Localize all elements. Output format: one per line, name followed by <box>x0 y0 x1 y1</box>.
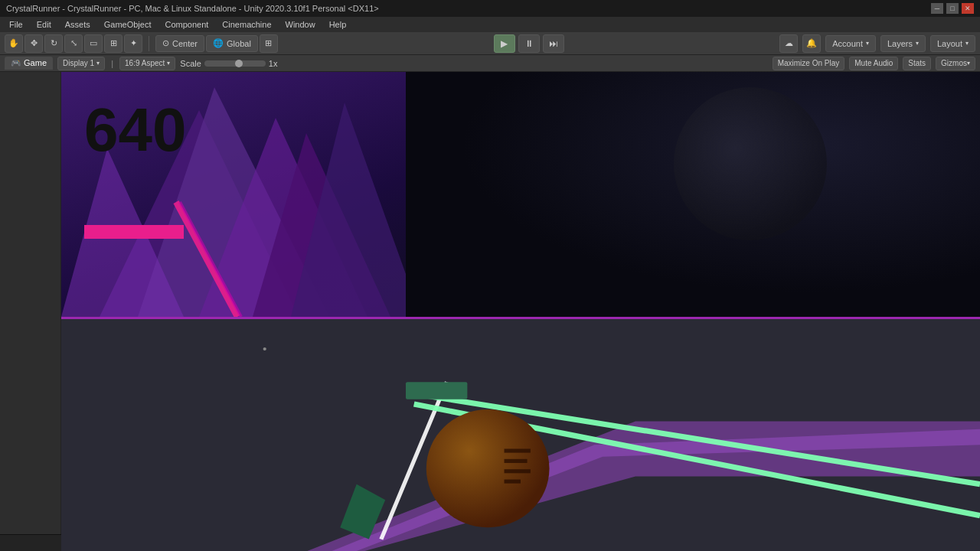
mute-audio-button[interactable]: Mute Audio <box>849 57 898 70</box>
separator-1: | <box>111 59 113 68</box>
center-dropdown[interactable]: ⊙ Center <box>155 35 204 52</box>
menu-file[interactable]: File <box>3 18 29 31</box>
gizmos-label: Gizmos <box>941 59 967 67</box>
game-tab[interactable]: 🎮 Game <box>5 57 53 70</box>
display-dropdown[interactable]: Display 1 ▾ <box>57 57 105 70</box>
step-button[interactable]: ⏭ <box>543 34 564 53</box>
minimize-button[interactable]: ─ <box>931 3 943 14</box>
layers-dropdown[interactable]: Layers ▾ <box>880 35 926 52</box>
score-display: 640 <box>84 95 186 165</box>
menu-gameobject[interactable]: GameObject <box>98 18 158 31</box>
global-icon: 🌐 <box>213 38 224 48</box>
game-view-container: 640 <box>61 72 980 551</box>
svg-rect-20 <box>505 459 528 463</box>
window-controls: ─ □ ✕ <box>931 3 974 14</box>
window-title: CrystalRunner - CrystalRunner - PC, Mac … <box>6 4 931 13</box>
custom-tool-button[interactable]: ✦ <box>124 34 142 53</box>
maximize-on-play-button[interactable]: Maximize On Play <box>773 57 845 70</box>
account-dropdown[interactable]: Account ▾ <box>825 35 876 52</box>
game-tab-icon: 🎮 <box>11 58 21 67</box>
menu-edit[interactable]: Edit <box>31 18 57 31</box>
rect-tool-button[interactable]: ▭ <box>84 34 103 53</box>
left-sidebar <box>0 72 61 551</box>
menu-bar: File Edit Assets GameObject Component Ci… <box>0 17 980 32</box>
scale-tool-button[interactable]: ⤡ <box>64 34 83 53</box>
rotate-tool-button[interactable]: ↻ <box>44 34 63 53</box>
pivot-controls: ⊙ Center 🌐 Global ⊞ <box>155 34 278 53</box>
main-area: 640 <box>0 72 980 551</box>
svg-point-18 <box>426 409 550 527</box>
title-bar: CrystalRunner - CrystalRunner - PC, Mac … <box>0 0 980 17</box>
account-arrow-icon: ▾ <box>866 40 869 47</box>
view-bar-right: Maximize On Play Mute Audio Stats Gizmos… <box>773 57 975 70</box>
gizmos-button[interactable]: Gizmos ▾ <box>936 57 975 70</box>
close-button[interactable]: ✕ <box>962 3 974 14</box>
extra-button[interactable]: ⊞ <box>260 34 278 53</box>
svg-rect-22 <box>505 480 521 484</box>
svg-rect-16 <box>406 382 467 399</box>
scale-thumb <box>235 60 243 67</box>
maximize-button[interactable]: □ <box>946 3 959 14</box>
display-label: Display 1 <box>63 59 94 67</box>
divider-1 <box>149 36 149 51</box>
aspect-arrow-icon: ▾ <box>167 60 170 67</box>
crystal-shapes-svg <box>61 72 980 317</box>
main-toolbar: ✋ ✥ ↻ ⤡ ▭ ⊞ ✦ ⊙ Center 🌐 Global ⊞ ▶ ⏸ ⏭ … <box>0 32 980 55</box>
pause-button[interactable]: ⏸ <box>518 34 540 53</box>
scale-control: Scale 1x <box>180 59 277 68</box>
center-icon: ⊙ <box>162 38 169 48</box>
menu-window[interactable]: Window <box>279 18 322 31</box>
menu-cinemachine[interactable]: Cinemachine <box>216 18 277 31</box>
scale-slider[interactable] <box>204 60 266 67</box>
svg-point-23 <box>263 347 266 350</box>
stats-button[interactable]: Stats <box>903 57 931 70</box>
scene-svg <box>61 319 980 551</box>
stats-label: Stats <box>908 59 926 67</box>
playback-controls: ▶ ⏸ ⏭ <box>281 34 776 53</box>
view-bar: 🎮 Game Display 1 ▾ | 16:9 Aspect ▾ Scale… <box>0 55 980 72</box>
global-label: Global <box>227 39 251 48</box>
layout-dropdown[interactable]: Layout ▾ <box>930 35 975 52</box>
scale-value: 1x <box>269 59 278 68</box>
maximize-on-play-label: Maximize On Play <box>778 59 840 67</box>
mute-audio-label: Mute Audio <box>854 59 893 67</box>
center-label: Center <box>172 39 198 48</box>
menu-help[interactable]: Help <box>323 18 353 31</box>
svg-rect-19 <box>505 448 531 452</box>
layers-label: Layers <box>887 39 913 48</box>
collab-button[interactable]: ☁ <box>779 34 798 53</box>
menu-assets[interactable]: Assets <box>59 18 96 31</box>
aspect-label: 16:9 Aspect <box>125 59 165 67</box>
scene-viewport[interactable] <box>61 319 980 551</box>
gizmos-arrow-icon: ▾ <box>967 60 970 67</box>
global-dropdown[interactable]: 🌐 Global <box>206 35 258 52</box>
right-toolbar: ☁ 🔔 Account ▾ Layers ▾ Layout ▾ <box>779 34 975 53</box>
game-tab-label: Game <box>24 58 47 67</box>
transform-tools: ✋ ✥ ↻ ⤡ ▭ ⊞ ✦ <box>5 34 142 53</box>
layout-arrow-icon: ▾ <box>965 40 969 47</box>
transform-tool-button[interactable]: ⊞ <box>104 34 122 53</box>
aspect-dropdown[interactable]: 16:9 Aspect ▾ <box>119 57 175 70</box>
cloud-button[interactable]: 🔔 <box>802 34 821 53</box>
svg-rect-21 <box>505 469 531 473</box>
hand-tool-button[interactable]: ✋ <box>5 34 23 53</box>
move-tool-button[interactable]: ✥ <box>24 34 43 53</box>
play-button[interactable]: ▶ <box>494 34 515 53</box>
layers-arrow-icon: ▾ <box>916 40 919 47</box>
pink-health-bar <box>84 225 184 239</box>
menu-component[interactable]: Component <box>158 18 214 31</box>
display-arrow-icon: ▾ <box>96 60 100 67</box>
account-label: Account <box>832 39 863 48</box>
svg-point-9 <box>674 87 827 240</box>
scale-label: Scale <box>180 59 201 68</box>
game-viewport[interactable]: 640 <box>61 72 980 317</box>
layout-label: Layout <box>937 39 962 48</box>
